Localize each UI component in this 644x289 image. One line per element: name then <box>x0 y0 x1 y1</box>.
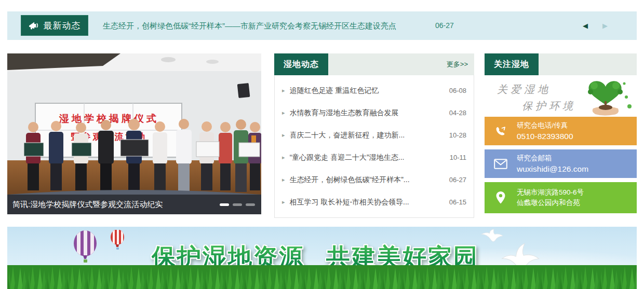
news-item-date: 06-08 <box>449 87 466 94</box>
news-item-title: 水情教育与湿地生态教育融合发展 <box>290 108 445 118</box>
phone-number: 0510-82393800 <box>517 131 573 142</box>
ticker-prev-arrow[interactable]: ◀ <box>583 11 588 40</box>
envelope-icon <box>485 159 517 169</box>
contact-card-phone-text: 研究会电话/传真 0510-82393800 <box>517 120 573 142</box>
grass-strip <box>7 265 637 289</box>
news-item-title: “童心跟党走 喜迎二十大”湿地生态... <box>290 153 446 162</box>
triangle-marker-icon: ▸ <box>282 176 285 183</box>
megaphone-icon <box>29 21 39 30</box>
follow-wetland-header: 关注湿地 <box>485 53 637 75</box>
ticker-headline-link[interactable]: 生态经开，创树绿色低碳“经开样本”——市新产业研究会考察无锡经开区生态建设亮点 <box>103 11 396 40</box>
news-list-item[interactable]: ▸ 水情教育与湿地生态教育融合发展 04-28 <box>275 102 474 124</box>
news-list-item[interactable]: ▸ 喜庆二十大，奋进新征程，建功新... 10-28 <box>275 124 474 146</box>
ticker-next-arrow[interactable]: ▶ <box>602 11 608 40</box>
news-list-item[interactable]: ▸ 追随红色足迹 重温红色记忆 06-08 <box>275 79 474 102</box>
carousel-dot-2[interactable] <box>233 203 242 206</box>
news-item-date: 06-15 <box>449 198 466 206</box>
contact-card-email: 研究会邮箱 wuxishidi@126.com <box>485 149 637 178</box>
news-item-title: 追随红色足迹 重温红色记忆 <box>290 86 445 95</box>
address-line2: 仙蠡墩公园内和合苑 <box>517 198 584 208</box>
news-item-title: 生态经开，创树绿色低碳“经开样本”... <box>290 175 445 185</box>
wetland-news-header: 湿地动态 更多>> <box>274 53 474 75</box>
address-line1: 无锡市湖滨路590-6号 <box>517 187 584 198</box>
location-pin-icon <box>485 191 517 204</box>
triangle-marker-icon: ▸ <box>282 109 285 116</box>
email-address: wuxishidi@126.com <box>517 163 588 174</box>
ticker-date: 06-27 <box>435 11 454 40</box>
phone-label: 研究会电话/传真 <box>517 120 573 131</box>
homepage: 最新动态 生态经开，创树绿色低碳“经开样本”——市新产业研究会考察无锡经开区生态… <box>0 0 644 289</box>
follow-wetland-title: 关注湿地 <box>485 53 539 75</box>
news-list-item[interactable]: ▸ 生态经开，创树绿色低碳“经开样本”... 06-27 <box>275 169 474 191</box>
slogan-line2: 保护环境 <box>522 99 576 113</box>
wetland-news-more-link[interactable]: 更多>> <box>447 53 474 75</box>
wetland-news-title: 湿地动态 <box>274 53 328 75</box>
news-item-date: 10-28 <box>449 131 466 139</box>
email-label: 研究会邮箱 <box>517 153 588 163</box>
triangle-marker-icon: ▸ <box>282 154 285 161</box>
news-item-date: 04-28 <box>449 109 466 117</box>
news-item-date: 06-27 <box>449 176 466 184</box>
news-list-item[interactable]: ▸ “童心跟党走 喜迎二十大”湿地生态... 10-11 <box>275 146 474 169</box>
phone-icon <box>485 125 517 137</box>
wetland-news-list: ▸ 追随红色足迹 重温红色记忆 06-08 ▸ 水情教育与湿地生态教育融合发展 … <box>274 75 474 218</box>
triangle-marker-icon: ▸ <box>282 87 285 94</box>
contact-card-phone: 研究会电话/传真 0510-82393800 <box>485 117 637 145</box>
contact-card-address-text: 无锡市湖滨路590-6号 仙蠡墩公园内和合苑 <box>517 187 584 208</box>
latest-news-badge-label: 最新动态 <box>44 20 81 32</box>
follow-wetland-panel: 关注湿地 关爱湿地 保护环境 <box>485 53 637 213</box>
carousel-dot-1[interactable] <box>220 203 229 206</box>
contact-card-email-text: 研究会邮箱 wuxishidi@126.com <box>517 153 588 174</box>
heart-tree-in-hand-icon <box>573 76 636 117</box>
ceremony-photo-illustration: 湿地学校揭牌仪式 暨参观交流活动 <box>7 53 261 214</box>
carousel-dots <box>220 203 255 206</box>
news-item-title: 喜庆二十大，奋进新征程，建功新... <box>290 131 445 140</box>
care-wetland-slogan-image: 关爱湿地 保护环境 <box>485 75 637 117</box>
carousel-photo[interactable]: 湿地学校揭牌仪式 暨参观交流活动 <box>7 53 261 214</box>
latest-news-ticker: 最新动态 生态经开，创树绿色低碳“经开样本”——市新产业研究会考察无锡经开区生态… <box>7 11 637 40</box>
triangle-marker-icon: ▸ <box>282 199 285 205</box>
news-item-title: 相互学习 取长补短-市相关协会领导... <box>290 198 445 207</box>
news-item-date: 10-11 <box>450 154 466 161</box>
triangle-marker-icon: ▸ <box>282 132 285 139</box>
news-list-item[interactable]: ▸ 相互学习 取长补短-市相关协会领导... 06-15 <box>275 191 474 213</box>
contact-card-address: 无锡市湖滨路590-6号 仙蠡墩公园内和合苑 <box>485 182 637 213</box>
bottom-slogan-banner: 保护湿地资源 共建美好家园 <box>7 227 637 289</box>
carousel-dot-3[interactable] <box>246 203 255 206</box>
latest-news-badge: 最新动态 <box>21 15 88 36</box>
wetland-news-panel: 湿地动态 更多>> ▸ 追随红色足迹 重温红色记忆 06-08 ▸ 水情教育与湿… <box>274 53 474 218</box>
slogan-line1: 关爱湿地 <box>497 82 551 97</box>
